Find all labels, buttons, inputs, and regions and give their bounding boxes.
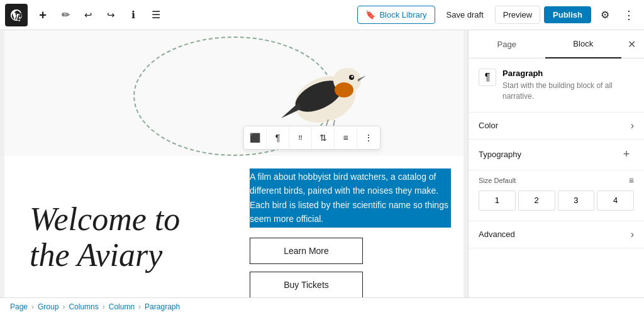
more-options-button[interactable]: ⋮ (619, 5, 639, 25)
redo-button[interactable]: ↪ (101, 5, 121, 25)
breadcrumb-column[interactable]: Column (109, 302, 135, 311)
block-library-button[interactable]: 🔖 Block Library (357, 6, 435, 24)
chevron-down-icon-advanced: › (631, 229, 634, 240)
svg-point-5 (352, 76, 353, 78)
plus-icon: + (39, 9, 47, 21)
top-toolbar: + ✏ ↩ ↪ ℹ ☰ 🔖 Block Library Save draft P… (0, 0, 644, 30)
wp-logo[interactable] (5, 4, 28, 26)
breadcrumb-group[interactable]: Group (38, 302, 58, 311)
learn-more-button[interactable]: Learn More (250, 238, 363, 264)
pencil-icon: ✏ (62, 9, 70, 21)
editor-block: Welcome to the Aviary ⬛ ¶ ⠿ (4, 30, 464, 297)
redo-icon: ↪ (107, 9, 115, 21)
tab-block[interactable]: Block (545, 31, 622, 58)
left-column: Welcome to the Aviary (4, 156, 243, 297)
color-label: Color (479, 121, 498, 130)
size-btn-3[interactable]: 3 (558, 191, 595, 211)
breadcrumb-paragraph[interactable]: Paragraph (145, 302, 180, 311)
paragraph-text[interactable]: A film about hobbyist bird watchers, a c… (250, 169, 451, 228)
list-icon: ☰ (152, 9, 160, 21)
undo-button[interactable]: ↩ (78, 5, 98, 25)
list-view-button[interactable]: ☰ (146, 5, 166, 25)
move-arrows-icon: ⇅ (319, 133, 327, 143)
paragraph-symbol: ¶ (485, 72, 491, 83)
undo-icon: ↩ (84, 9, 92, 21)
content-columns: Welcome to the Aviary ⬛ ¶ ⠿ (4, 156, 464, 297)
details-button[interactable]: ℹ (123, 5, 143, 25)
close-icon: ✕ (628, 38, 636, 50)
buy-tickets-button[interactable]: Buy Tickets (250, 272, 363, 297)
right-column[interactable]: ⬛ ¶ ⠿ ⇅ ≡ (243, 156, 464, 297)
tools-button[interactable]: ✏ (55, 5, 75, 25)
color-section-header[interactable]: Color › (469, 113, 644, 139)
size-buttons: 1 2 3 4 (479, 191, 634, 211)
chevron-down-icon: › (631, 120, 634, 131)
typography-section: Typography + Size Default ≡ 1 2 3 4 (469, 140, 644, 221)
color-section: Color › (469, 113, 644, 140)
add-block-button[interactable]: + (33, 5, 53, 25)
save-draft-button[interactable]: Save draft (439, 6, 491, 23)
paragraph-icon: ¶ (275, 133, 280, 143)
size-btn-4[interactable]: 4 (597, 191, 634, 211)
drag-icon: ⠿ (298, 135, 303, 141)
advanced-label: Advanced (479, 229, 515, 239)
align-btn[interactable]: ≡ (335, 126, 357, 149)
info-icon: ℹ (131, 9, 135, 21)
block-info: ¶ Paragraph Start with the building bloc… (469, 58, 644, 113)
bird-area (4, 30, 464, 156)
size-section: Size Default ≡ 1 2 3 4 (469, 170, 644, 221)
more-icon: ⋮ (364, 133, 373, 143)
more-block-options-btn[interactable]: ⋮ (357, 126, 380, 149)
size-btn-2[interactable]: 2 (518, 191, 555, 211)
columns-icon: ⬛ (250, 133, 260, 143)
drag-handle[interactable]: ⠿ (289, 126, 312, 149)
sidebar-header: Page Block ✕ (469, 30, 644, 58)
welcome-heading: Welcome to the Aviary (30, 201, 225, 273)
settings-button[interactable]: ⚙ (595, 5, 615, 25)
publish-button[interactable]: Publish (544, 6, 591, 23)
typography-label: Typography (479, 150, 521, 159)
size-btn-1[interactable]: 1 (479, 191, 516, 211)
bookmark-icon: 🔖 (365, 10, 375, 19)
plus-icon: + (623, 148, 630, 161)
ellipsis-vertical-icon: ⋮ (623, 8, 635, 22)
columns-icon-btn[interactable]: ⬛ (244, 126, 267, 149)
block-icon: ¶ (479, 69, 496, 86)
sidebar: Page Block ✕ ¶ Paragraph Start with the … (468, 30, 644, 297)
align-icon: ≡ (343, 133, 348, 143)
advanced-section: Advanced › (469, 221, 644, 248)
typography-section-header[interactable]: Typography + (469, 140, 644, 170)
advanced-section-header[interactable]: Advanced › (469, 221, 644, 248)
block-info-text: Paragraph Start with the building block … (502, 69, 634, 102)
gear-icon: ⚙ (601, 9, 609, 21)
block-name: Paragraph (502, 69, 634, 78)
canvas-area: Welcome to the Aviary ⬛ ¶ ⠿ (0, 30, 468, 297)
paragraph-btn[interactable]: ¶ (267, 126, 289, 149)
typography-add-button[interactable]: + (619, 147, 634, 162)
main-area: Welcome to the Aviary ⬛ ¶ ⠿ (0, 30, 644, 297)
svg-point-3 (335, 82, 353, 97)
sliders-icon: ≡ (629, 175, 634, 185)
breadcrumb-columns[interactable]: Columns (69, 302, 98, 311)
size-label: Size Default (479, 177, 516, 184)
tab-page[interactable]: Page (469, 30, 545, 58)
block-toolbar: ⬛ ¶ ⠿ ⇅ ≡ (243, 126, 380, 150)
preview-button[interactable]: Preview (495, 6, 540, 24)
breadcrumb-bar: Page › Group › Columns › Column › Paragr… (0, 297, 644, 315)
close-sidebar-button[interactable]: ✕ (621, 34, 641, 54)
move-arrows-btn[interactable]: ⇅ (312, 126, 335, 149)
breadcrumb-page[interactable]: Page (10, 302, 28, 311)
block-description: Start with the building block of all nar… (502, 80, 634, 102)
toolbar-right: 🔖 Block Library Save draft Preview Publi… (357, 5, 639, 25)
